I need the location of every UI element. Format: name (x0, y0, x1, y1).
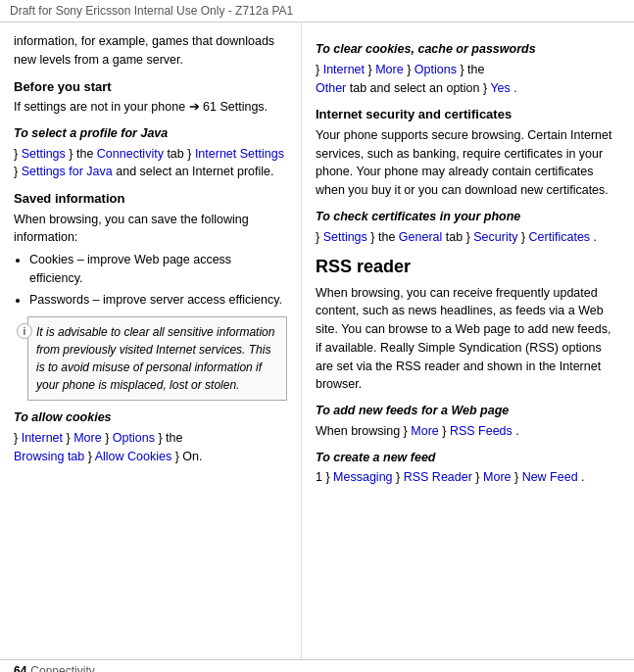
general-link: General (399, 230, 442, 244)
page-footer: 64 Connectivity (0, 659, 634, 672)
allow-cookies-text: } (88, 450, 95, 463)
options-arrow: } (105, 431, 113, 445)
intro-text: information, for example, games that dow… (14, 32, 287, 70)
create-feed-heading: To create a new feed (316, 449, 620, 467)
rss-heading: RSS reader (316, 256, 620, 278)
new-feed-arrow: } (514, 470, 522, 484)
period-chk: . (594, 230, 597, 244)
header-title: Draft for Sony Ericsson Internal Use Onl… (10, 4, 293, 18)
check-certs-nav: } Settings } the General tab } Security … (316, 228, 620, 247)
period-af: . (515, 424, 518, 438)
internet-link-cc: Internet (323, 63, 365, 76)
clear-cookies-heading: To clear cookies, cache or passwords (316, 40, 620, 59)
internet-settings-link: Internet Settings (195, 147, 284, 161)
tab-text: tab } (167, 147, 195, 161)
step-1-num: 1 (316, 470, 325, 484)
internet-link: Internet (22, 431, 63, 445)
arrow-ac: } (14, 431, 22, 445)
more-link: More (73, 431, 101, 445)
section-label: Connectivity (30, 664, 94, 672)
bullet-item-1: Cookies – improve Web page access effici… (29, 251, 287, 288)
more-arrow-cf: } (475, 470, 483, 484)
create-feed-steps: 1 } Messaging } RSS Reader } More } New … (316, 468, 620, 487)
rss-reader-link: RSS Reader (404, 470, 472, 484)
arrow-chk: } (316, 230, 323, 244)
page-header: Draft for Sony Ericsson Internal Use Onl… (0, 0, 634, 23)
more-link-cf: More (483, 470, 511, 484)
clear-cookies-nav: } Internet } More } Options } the Other … (316, 61, 620, 98)
left-column: information, for example, games that dow… (0, 23, 302, 659)
bullet-item-2: Passwords – improve server access effici… (29, 291, 287, 310)
add-feeds-nav: When browsing } More } RSS Feeds . (316, 422, 620, 441)
when-browsing-text: When browsing } (316, 424, 411, 438)
period-cf: . (581, 470, 584, 484)
internet-security-text: Your phone supports secure browsing. Cer… (316, 126, 620, 200)
page-wrapper: Draft for Sony Ericsson Internal Use Onl… (0, 0, 634, 672)
before-you-start-text: If settings are not in your phone ➔ 61 S… (14, 98, 287, 117)
tab-select-text: tab and select an option } (350, 81, 491, 95)
connectivity-link: Connectivity (97, 147, 164, 161)
saved-info-bullets: Cookies – improve Web page access effici… (29, 251, 287, 309)
messaging-link: Messaging (333, 470, 392, 484)
options-arrow-cc: } (407, 63, 415, 76)
info-box-container: i It is advisable to clear all sensitive… (27, 316, 287, 401)
allow-cookies-link: Allow Cookies (95, 450, 172, 463)
yes-link: Yes (490, 81, 510, 95)
add-feeds-heading: To add new feeds for a Web page (316, 402, 620, 420)
new-feed-link: New Feed (522, 470, 578, 484)
rss-text: When browsing, you can receive frequentl… (316, 284, 620, 395)
certs-link: Certificates (529, 230, 591, 244)
options-link: Options (113, 431, 155, 445)
right-column: To clear cookies, cache or passwords } I… (302, 23, 634, 659)
tab-text-chk: tab } (446, 230, 474, 244)
internet-security-heading: Internet security and certificates (316, 105, 620, 124)
check-certs-heading: To check certificates in your phone (316, 208, 620, 226)
page-number: 64 (14, 664, 26, 672)
info-icon: i (17, 323, 32, 339)
browsing-tab-link: Browsing tab (14, 450, 84, 463)
settings-link: Settings (22, 147, 66, 161)
the-text-chk: } the (370, 230, 399, 244)
rss-feeds-arrow: } (442, 424, 450, 438)
the-text: } the (158, 431, 182, 445)
period-cc: . (513, 81, 516, 95)
saved-info-text: When browsing, you can save the followin… (14, 211, 287, 248)
the-text-cc: } the (460, 63, 484, 76)
allow-cookies-nav: } Internet } More } Options } the Browsi… (14, 429, 287, 466)
page-content: information, for example, games that dow… (0, 23, 634, 659)
select-profile-nav: } Settings } the Connectivity tab } Inte… (14, 145, 287, 182)
and-select: and select an Internet profile. (116, 165, 273, 178)
arrow2: } the (69, 147, 97, 161)
arrow-cc: } (316, 63, 323, 76)
settings-link-chk: Settings (323, 230, 367, 244)
java-settings-link: Settings for Java (22, 165, 113, 178)
options-link-cc: Options (415, 63, 457, 76)
more-link-af: More (411, 424, 438, 438)
on-text: } On. (175, 450, 203, 463)
info-box: i It is advisable to clear all sensitive… (27, 316, 287, 401)
select-profile-heading: To select a profile for Java (14, 124, 287, 143)
certs-text: } (521, 230, 529, 244)
other-tab-link: Other (316, 81, 346, 95)
arrow: } (14, 147, 22, 161)
info-box-text: It is advisable to clear all sensitive i… (36, 325, 274, 392)
before-you-start-heading: Before you start (14, 77, 287, 97)
allow-cookies-heading: To allow cookies (14, 408, 287, 427)
saved-info-heading: Saved information (14, 189, 287, 209)
arrow-cf: } (325, 470, 333, 484)
rss-reader-arrow: } (396, 470, 404, 484)
security-link: Security (473, 230, 517, 244)
more-link-cc: More (375, 63, 403, 76)
rss-feeds-link: RSS Feeds (450, 424, 512, 438)
arrow3: } (14, 165, 22, 178)
